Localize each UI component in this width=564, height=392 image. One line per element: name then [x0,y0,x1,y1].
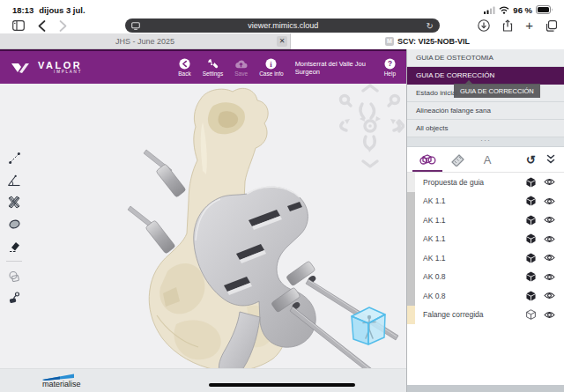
cube-icon[interactable] [526,233,536,244]
visibility-eye-icon[interactable] [544,292,555,300]
case-info-button[interactable]: i Case info [259,58,283,77]
tab-annotations[interactable]: A [472,147,502,172]
cube-icon[interactable] [526,271,536,282]
object-row-ak[interactable]: AK 1.1 [407,230,564,249]
object-row-falange[interactable]: Falange corregida [407,306,564,325]
settings-button[interactable]: Settings [203,58,224,77]
reload-icon[interactable]: ↻ [427,21,434,31]
app-header: VALOR IMPLANT Back Settings S [0,49,406,84]
home-indicator[interactable] [209,383,355,388]
cube-icon[interactable] [526,253,536,263]
cube-icon[interactable] [526,215,536,226]
menu-guia-correccion[interactable]: GUIA DE CORRECCIÓN [407,67,564,85]
new-tab-icon[interactable]: + [525,19,533,32]
orientation-cube[interactable] [346,303,389,349]
save-button[interactable]: Save [234,58,248,77]
visibility-eye-icon[interactable] [544,235,555,243]
guide-barrels-left [145,164,186,255]
panel-drag-handle[interactable]: ··· [407,137,564,147]
visibility-eye-icon[interactable] [544,311,555,319]
side-panel: GUIA DE OSTEOTOMIA GUIA DE CORRECCIÓN Es… [406,49,564,392]
color-swatch [407,230,415,249]
back-button[interactable] [38,20,46,32]
cube-outline-icon[interactable] [526,309,536,320]
tab-objects[interactable] [412,147,442,172]
object-row-ak[interactable]: AK 1.1 [407,192,564,211]
brand-name: VALOR [38,61,82,70]
eraser-icon[interactable] [7,239,22,254]
tab-label: JHS - June 2025 [115,37,174,46]
measure-angle-icon[interactable] [7,173,22,188]
menu-all-objects[interactable]: All objects [407,120,564,137]
visibility-eye-icon[interactable] [544,178,555,186]
object-row-ak[interactable]: AK 0.8 [407,268,564,287]
menu-guia-osteotomia[interactable]: GUIA DE OSTEOTOMIA [407,49,564,67]
tab-close-icon[interactable]: ✕ [277,36,287,47]
color-swatch [407,268,415,287]
tab-scv[interactable]: M SCV: VI25-NOB-VIL [291,33,564,49]
page-settings-icon[interactable] [131,22,140,30]
measure-toolbar [4,151,25,306]
tabs-overview-icon[interactable] [545,20,557,32]
color-swatch [407,192,415,211]
back-button-app[interactable]: Back [178,58,190,77]
battery-percent: 96 % [513,5,532,15]
color-swatch [407,211,415,230]
status-bar: 18:13 dijous 3 jul. 96 % [0,0,564,18]
cutting-planes-icon[interactable] [7,195,22,210]
panel-tab-bar: A ↺ [407,147,564,173]
ruler-icon [450,153,465,166]
visibility-eye-icon[interactable] [544,254,555,262]
svg-text:?: ? [388,59,392,68]
ellipse-tool-icon[interactable] [7,217,22,232]
visibility-eye-icon[interactable] [544,273,555,281]
materialise-text: materialise [42,380,81,388]
date: dijous 3 jul. [39,5,85,15]
objects-3d-icon [419,152,436,166]
cube-icon[interactable] [526,196,536,206]
tab-favicon: M [385,37,394,46]
wrench-icon [207,58,219,70]
object-row-propuesta[interactable]: Propuesta de guia [407,173,564,192]
visibility-eye-icon[interactable] [544,216,555,224]
safari-toolbar: viewer.mimics.cloud ↻ + [0,18,564,33]
fixation-pins-upper [128,150,172,233]
reset-view-icon[interactable]: ↺ [526,154,536,166]
cube-icon[interactable] [526,291,536,301]
cellular-icon [484,6,495,14]
tab-label: SCV: VI25-NOB-VIL [397,37,470,46]
forward-button[interactable] [59,20,67,32]
address-bar[interactable]: viewer.mimics.cloud ↻ [125,18,440,33]
visibility-eye-icon[interactable] [544,197,555,205]
download-icon[interactable] [478,19,490,32]
color-swatch [407,248,415,268]
viewport-3d[interactable]: materialise [0,84,406,392]
tab-jhs[interactable]: JHS - June 2025 ✕ [0,33,291,49]
object-row-ak[interactable]: AK 1.1 [407,211,564,230]
info-icon: i [265,58,277,70]
valor-mark-icon [11,61,33,75]
share-icon[interactable] [502,19,513,32]
object-row-ak[interactable]: AK 1.1 [407,248,564,268]
tooltip-guia-correccion: GUIA DE CORRECCIÓN [454,84,540,98]
sidebar-toggle-icon[interactable] [12,20,25,31]
object-row-ak[interactable]: AK 0.8 [407,286,564,306]
pin-tool-icon[interactable] [7,291,22,306]
user-name: Montserrat del Valle Jou [295,60,373,68]
safari-tab-bar: JHS - June 2025 ✕ M SCV: VI25-NOB-VIL [0,33,564,49]
object-list: Propuesta de guia AK 1.1 [407,173,564,385]
region-tool-icon[interactable] [7,269,22,284]
menu-alineacion[interactable]: Alineación falange sana [407,102,564,120]
panel-scrollbar[interactable] [407,385,564,392]
help-icon: ? [384,58,396,70]
color-swatch [407,306,415,325]
ipad-screen: 18:13 dijous 3 jul. 96 % [0,0,564,392]
help-button[interactable]: ? Help [384,58,396,77]
cube-icon[interactable] [526,177,536,188]
tab-measurements[interactable] [442,147,472,172]
back-circle-icon [179,58,190,70]
wifi-icon [499,6,509,14]
measure-distance-icon[interactable] [7,151,22,166]
user-info: Montserrat del Valle Jou Surgeon [295,60,373,76]
collapse-panel-icon[interactable] [546,154,555,165]
